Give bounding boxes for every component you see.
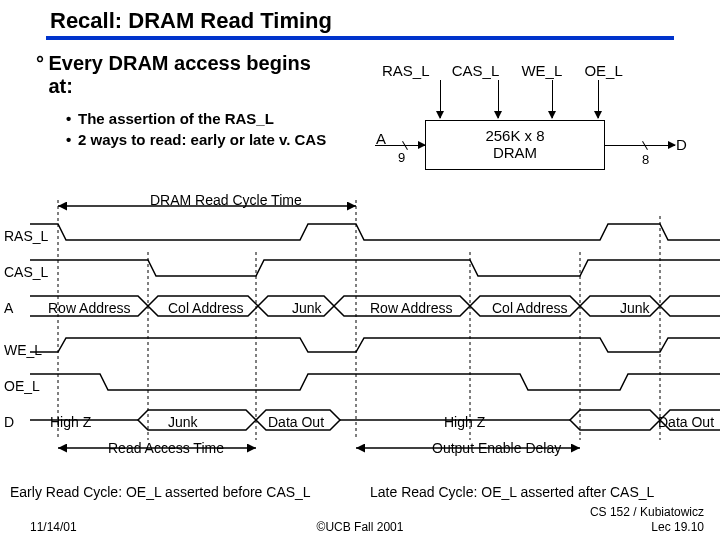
arrow-ras [440,80,441,118]
arrow-cas [498,80,499,118]
a-wire [375,145,425,146]
title-underline [46,36,674,40]
timing-svg [0,192,720,492]
ras-label: RAS_L [382,62,430,79]
arrow-we [552,80,553,118]
page-title: Recall: DRAM Read Timing [50,8,332,33]
dram-line2: DRAM [426,144,604,161]
sub-bullet-2: 2 ways to read: early or late v. CAS [78,131,326,148]
dram-box: 256K x 8 DRAM [425,120,605,170]
arrow-oe [598,80,599,118]
bullet-block: ° Every DRAM access begins at: •The asse… [36,52,356,152]
footer-course: CS 152 / KubiatowiczLec 19.10 [590,505,704,534]
d-wire [605,145,675,146]
port-d-label: D [676,136,687,153]
main-bullet-text: Every DRAM access begins at: [48,52,328,98]
oe-label: OE_L [584,62,622,79]
cas-label: CAS_L [452,62,500,79]
port-a-bits: 9 [398,150,405,165]
port-d-bits: 8 [642,152,649,167]
we-label: WE_L [521,62,562,79]
bullet-marker: ° [36,52,44,75]
signal-labels: RAS_L CAS_L WE_L OE_L [382,62,641,79]
sub-bullet-1: The assertion of the RAS_L [78,110,274,127]
dram-line1: 256K x 8 [426,127,604,144]
